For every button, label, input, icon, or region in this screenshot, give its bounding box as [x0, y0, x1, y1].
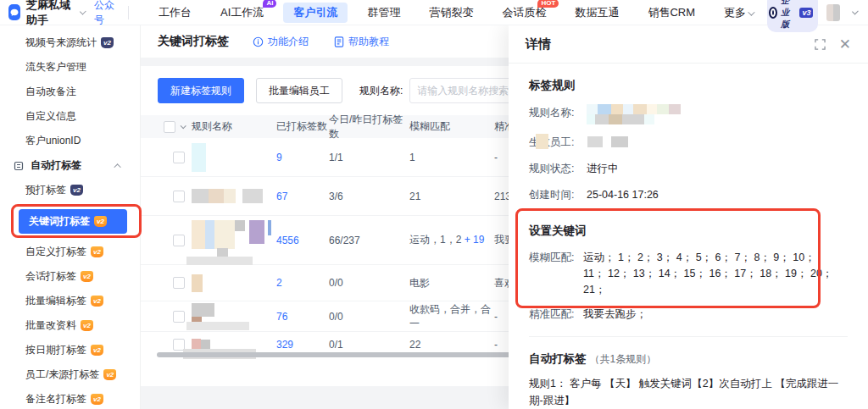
auto-tag-heading: 自动打标签	[529, 352, 587, 365]
row-checkbox[interactable]	[173, 191, 185, 202]
avatar[interactable]	[826, 4, 840, 21]
select-options-chevron-down-icon[interactable]	[181, 123, 186, 129]
sidebar-active-wrap: 关键词打标签v2	[0, 204, 140, 238]
nav-item-workbench[interactable]: 工作台	[144, 0, 206, 25]
create-tag-rule-button[interactable]: 新建标签规则	[158, 78, 244, 103]
edition-icon	[769, 7, 777, 19]
sidebar-item-pre-tag[interactable]: 预打标签v2	[0, 178, 140, 202]
sidebar-item-date-tagging[interactable]: 按日期打标签v2	[0, 338, 140, 362]
sidebar-item-unionid[interactable]: 客户unionID	[0, 129, 140, 153]
page-title: 关键词打标签	[158, 34, 229, 49]
nav-item-data-interchange[interactable]: 数据互通	[560, 0, 633, 25]
v2-badge-icon: v2	[91, 345, 103, 356]
tag-list-icon	[14, 161, 24, 171]
precise-keywords: 我要去跑步；	[583, 307, 837, 323]
row-checkbox[interactable]	[173, 311, 185, 323]
ai-badge: AI	[263, 0, 276, 8]
created-time-value: 25-04-16 17:26	[587, 186, 659, 203]
brand-channel-tag[interactable]: 公众号	[94, 0, 116, 27]
feature-intro-link[interactable]: 功能介绍	[253, 35, 309, 49]
auto-tag-rule-count: （共1条规则）	[590, 353, 657, 365]
sidebar-item-staff-source-tagging[interactable]: 员工/来源打标签v2	[0, 362, 140, 387]
col-rule-name: 规则名称	[192, 119, 276, 134]
v2-badge-icon: v2	[91, 246, 103, 257]
blurred-staff-value	[587, 134, 628, 151]
sidebar-item-auto-remark[interactable]: 自动改备注	[0, 80, 140, 104]
col-fuzzy-match: 模糊匹配	[409, 119, 494, 134]
version-badge: v3	[799, 8, 813, 18]
row-checkbox[interactable]	[173, 235, 185, 246]
sidebar-item-chat-tagging[interactable]: 会话打标签v2	[0, 264, 140, 289]
tagged-count-link[interactable]: 9	[276, 152, 282, 163]
tagged-count-link[interactable]: 67	[276, 191, 287, 202]
keyword-heading: 设置关键词	[529, 224, 848, 239]
help-tutorial-link[interactable]: 帮助教程	[334, 35, 389, 49]
detail-title: 详情	[526, 36, 551, 53]
blurred-rule-name	[192, 143, 206, 172]
edition-badge: 企业版 v3	[767, 0, 818, 32]
tagged-count-link[interactable]: 2	[276, 277, 282, 289]
field-rule-name: 规则名称:	[529, 104, 848, 124]
more-chevron-down-icon	[748, 8, 754, 15]
tagged-count-link[interactable]: 329	[276, 339, 293, 351]
select-all-checkbox[interactable]	[164, 121, 175, 133]
fuzzy-match-row: 模糊匹配: 运动； 1； 2； 3； 4； 5； 6； 7； 8； 9； 10；…	[529, 250, 848, 298]
sidebar-item-batch-edit-profile[interactable]: 批量改资料v2	[0, 313, 140, 338]
auto-tag-rule-text: 规则1： 客户每 【天】 触发关键词【2】次自动打上 【完成跟进一期-跟进】	[529, 375, 848, 409]
nav-item-sales-crm[interactable]: 销售CRM	[633, 0, 709, 25]
section-divider	[529, 336, 848, 337]
rule-name-search-input[interactable]	[417, 85, 518, 97]
row-checkbox[interactable]	[173, 152, 185, 163]
v2-badge-icon: v2	[91, 296, 103, 307]
sidebar-item-video-source-stats[interactable]: 视频号来源统计v2	[0, 30, 140, 55]
v2-badge-icon: v2	[91, 394, 103, 405]
col-today-yesterday: 今日/昨日打标签数	[329, 113, 409, 141]
v2-badge-icon: v2	[70, 185, 83, 196]
nav-divider	[128, 6, 129, 19]
batch-edit-staff-button[interactable]: 批量编辑员工	[256, 78, 342, 103]
field-effective-staff: 生效员工:	[529, 134, 848, 151]
row-checkbox[interactable]	[173, 277, 185, 289]
nav-item-chat-inspection[interactable]: 会话质检HOT	[487, 0, 560, 25]
collapse-chevron-up-icon	[114, 163, 120, 170]
tagged-count-link[interactable]: 4556	[276, 235, 299, 246]
nav-item-group-management[interactable]: 群管理	[353, 0, 415, 25]
sidebar-item-custom-tagging[interactable]: 自定义打标签v2	[0, 240, 140, 264]
rule-name-label: 规则名称:	[359, 84, 403, 98]
close-icon[interactable]: ✕	[839, 37, 851, 52]
nav-item-ai-workflow[interactable]: AI工作流AI	[206, 0, 278, 25]
circle-info-icon	[253, 36, 264, 47]
blurred-rule-name	[192, 189, 271, 203]
nav-item-customer-acquisition[interactable]: 客户引流	[283, 3, 348, 23]
sidebar-item-batch-edit-tags[interactable]: 批量编辑标签v2	[0, 289, 140, 313]
hot-badge: HOT	[537, 0, 559, 8]
blurred-rule-name	[192, 274, 203, 292]
sidebar-item-keyword-tagging[interactable]: 关键词打标签v2	[19, 209, 127, 234]
col-tagged-count: 已打标签数	[276, 119, 329, 134]
v2-badge-icon: v2	[81, 320, 93, 331]
brand-chevron-down-icon[interactable]	[80, 8, 86, 14]
sidebar-section-auto-tagging[interactable]: 自动打标签	[0, 153, 140, 178]
document-icon	[334, 36, 344, 47]
sidebar-item-lost-customer[interactable]: 流失客户管理	[0, 55, 140, 80]
fullscreen-icon[interactable]	[815, 39, 826, 50]
v2-badge-icon: v2	[101, 37, 114, 48]
sidebar-item-custom-info[interactable]: 自定义信息	[0, 104, 140, 129]
v2-badge-icon: v2	[81, 271, 93, 282]
fuzzy-keywords: 运动； 1； 2； 3； 4； 5； 6； 7； 8； 9； 10； 11； 1…	[583, 250, 837, 298]
tagged-count-link[interactable]: 76	[276, 311, 287, 323]
detail-panel: 详情 ✕ 标签规则 规则名称: 生效员工: 规则状态:	[509, 25, 868, 409]
rule-status-value: 进行中	[587, 160, 619, 177]
nav-item-more[interactable]: 更多	[709, 0, 767, 25]
sidebar: 视频号来源统计v2 流失客户管理 自动改备注 自定义信息 客户unionID 自…	[0, 25, 141, 409]
nav-item-marketing-fission[interactable]: 营销裂变	[415, 0, 487, 25]
v2-badge-icon: v2	[94, 216, 107, 227]
field-rule-status: 规则状态: 进行中	[529, 160, 848, 177]
precise-match-row: 精准匹配: 我要去跑步；	[529, 307, 848, 323]
sidebar-item-remark-tagging[interactable]: 备注名打标签v2	[0, 387, 140, 409]
account-chevron-down-icon[interactable]	[852, 8, 859, 14]
blurred-rule-name	[192, 218, 271, 263]
more-keywords-link[interactable]: + 19	[465, 234, 485, 246]
top-nav-right: 企业版 v3	[767, 0, 868, 32]
brand[interactable]: 芝麻私域助手 公众号	[0, 0, 116, 28]
